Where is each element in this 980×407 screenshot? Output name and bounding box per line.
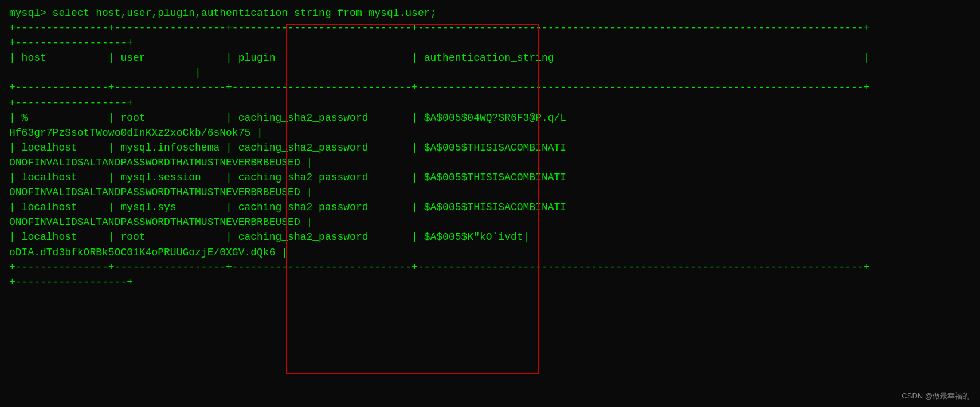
watermark: CSDN @做最幸福的 — [901, 391, 970, 401]
separator-mid: +---------------+------------------+----… — [9, 80, 971, 95]
separator-short-top: +------------------+ — [9, 35, 971, 50]
data-row-4b: ONOFINVALIDSALTANDPASSWORDTHATMUSTNEVERB… — [9, 215, 971, 230]
data-row-4a: | localhost | mysql.sys | caching_sha2_p… — [9, 200, 971, 215]
data-row-5a: | localhost | root | caching_sha2_passwo… — [9, 230, 971, 244]
data-row-3a: | localhost | mysql.session | caching_sh… — [9, 170, 971, 185]
command-prompt: mysql> select host,user,plugin,authentic… — [9, 6, 971, 21]
separator-bottom: +---------------+------------------+----… — [9, 260, 971, 275]
data-row-3b: ONOFINVALIDSALTANDPASSWORDTHATMUSTNEVERB… — [9, 185, 971, 200]
terminal-window: mysql> select host,user,plugin,authentic… — [0, 0, 980, 407]
data-row-2b: ONOFINVALIDSALTANDPASSWORDTHATMUSTNEVERB… — [9, 155, 971, 170]
separator-top: +---------------+------------------+----… — [9, 21, 971, 35]
separator-short-mid: +------------------+ — [9, 96, 971, 110]
header-pipe: | — [9, 65, 971, 80]
data-row-5b: oDIA.dTd3bfkORBk5OC01K4oPRUUGozjE/0XGV.d… — [9, 245, 971, 260]
data-row-1a: | % | root | caching_sha2_password | $A$… — [9, 110, 971, 125]
data-row-2a: | localhost | mysql.infoschema | caching… — [9, 140, 971, 155]
data-row-1b: Hf63gr7PzSsotTWowo0dInKXz2xoCkb/6sNok75 … — [9, 125, 971, 140]
separator-short-bottom: +------------------+ — [9, 275, 971, 290]
header-row: | host | user | plugin | authentication_… — [9, 50, 971, 65]
